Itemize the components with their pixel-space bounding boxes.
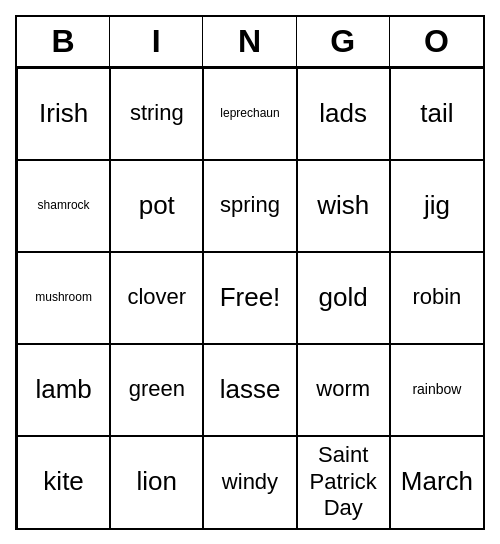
bingo-cell: lasse: [203, 344, 296, 436]
bingo-cell: Free!: [203, 252, 296, 344]
bingo-card: BINGO Irishstringleprechaunladstailshamr…: [15, 15, 485, 530]
bingo-cell: lion: [110, 436, 203, 528]
bingo-cell: robin: [390, 252, 483, 344]
bingo-cell: tail: [390, 68, 483, 160]
bingo-cell: lamb: [17, 344, 110, 436]
header-letter: B: [17, 17, 110, 66]
bingo-cell: shamrock: [17, 160, 110, 252]
bingo-cell: pot: [110, 160, 203, 252]
bingo-cell: gold: [297, 252, 390, 344]
bingo-cell: March: [390, 436, 483, 528]
bingo-cell: spring: [203, 160, 296, 252]
bingo-cell: rainbow: [390, 344, 483, 436]
bingo-cell: Irish: [17, 68, 110, 160]
bingo-header: BINGO: [17, 17, 483, 68]
header-letter: I: [110, 17, 203, 66]
bingo-cell: clover: [110, 252, 203, 344]
bingo-cell: worm: [297, 344, 390, 436]
header-letter: N: [203, 17, 296, 66]
bingo-cell: wish: [297, 160, 390, 252]
header-letter: O: [390, 17, 483, 66]
bingo-cell: windy: [203, 436, 296, 528]
bingo-cell: green: [110, 344, 203, 436]
bingo-cell: string: [110, 68, 203, 160]
bingo-cell: jig: [390, 160, 483, 252]
bingo-cell: kite: [17, 436, 110, 528]
bingo-cell: Saint Patrick Day: [297, 436, 390, 528]
bingo-cell: mushroom: [17, 252, 110, 344]
bingo-cell: leprechaun: [203, 68, 296, 160]
bingo-grid: Irishstringleprechaunladstailshamrockpot…: [17, 68, 483, 528]
header-letter: G: [297, 17, 390, 66]
bingo-cell: lads: [297, 68, 390, 160]
